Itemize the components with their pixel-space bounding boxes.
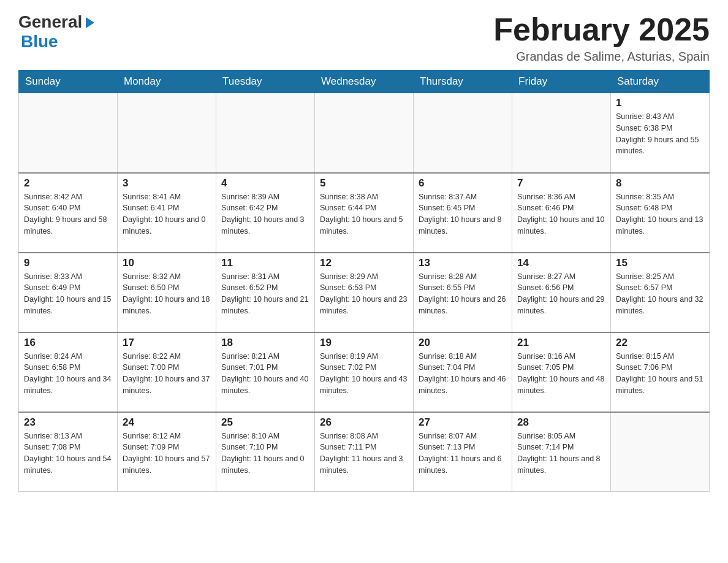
header-saturday: Saturday bbox=[611, 71, 710, 93]
day-number: 12 bbox=[320, 257, 408, 269]
calendar-week-2: 2Sunrise: 8:42 AMSunset: 6:40 PMDaylight… bbox=[19, 173, 710, 253]
calendar-cell-1-0: 2Sunrise: 8:42 AMSunset: 6:40 PMDaylight… bbox=[19, 173, 118, 253]
day-info: Sunrise: 8:31 AMSunset: 6:52 PMDaylight:… bbox=[221, 271, 309, 317]
calendar-cell-1-5: 7Sunrise: 8:36 AMSunset: 6:46 PMDaylight… bbox=[512, 173, 611, 253]
calendar-cell-1-3: 5Sunrise: 8:38 AMSunset: 6:44 PMDaylight… bbox=[315, 173, 414, 253]
day-number: 28 bbox=[517, 416, 605, 429]
calendar-cell-0-5 bbox=[512, 93, 611, 173]
calendar-cell-3-4: 20Sunrise: 8:18 AMSunset: 7:04 PMDayligh… bbox=[414, 332, 512, 412]
day-number: 19 bbox=[320, 337, 408, 349]
calendar-cell-1-4: 6Sunrise: 8:37 AMSunset: 6:45 PMDaylight… bbox=[414, 173, 512, 253]
calendar-cell-0-4 bbox=[414, 93, 512, 173]
logo-blue-text: Blue bbox=[21, 32, 58, 52]
calendar-week-5: 23Sunrise: 8:13 AMSunset: 7:08 PMDayligh… bbox=[19, 412, 710, 492]
calendar-cell-4-1: 24Sunrise: 8:12 AMSunset: 7:09 PMDayligh… bbox=[118, 412, 216, 492]
day-info: Sunrise: 8:10 AMSunset: 7:10 PMDaylight:… bbox=[221, 431, 309, 477]
day-info: Sunrise: 8:39 AMSunset: 6:42 PMDaylight:… bbox=[221, 191, 309, 237]
day-info: Sunrise: 8:16 AMSunset: 7:05 PMDaylight:… bbox=[517, 351, 605, 397]
day-number: 1 bbox=[616, 97, 704, 109]
header-wednesday: Wednesday bbox=[315, 71, 414, 93]
day-info: Sunrise: 8:32 AMSunset: 6:50 PMDaylight:… bbox=[123, 271, 211, 317]
day-info: Sunrise: 8:42 AMSunset: 6:40 PMDaylight:… bbox=[24, 191, 112, 237]
calendar-week-4: 16Sunrise: 8:24 AMSunset: 6:58 PMDayligh… bbox=[19, 332, 710, 412]
calendar-header-row: Sunday Monday Tuesday Wednesday Thursday… bbox=[19, 71, 710, 93]
calendar-cell-3-2: 18Sunrise: 8:21 AMSunset: 7:01 PMDayligh… bbox=[216, 332, 315, 412]
day-number: 17 bbox=[123, 337, 211, 349]
location-text: Grandas de Salime, Asturias, Spain bbox=[493, 50, 710, 64]
page-header: General Blue February 2025 Grandas de Sa… bbox=[18, 12, 710, 64]
day-number: 27 bbox=[419, 416, 507, 429]
day-number: 14 bbox=[517, 257, 605, 269]
day-number: 24 bbox=[123, 416, 211, 429]
day-info: Sunrise: 8:24 AMSunset: 6:58 PMDaylight:… bbox=[24, 351, 112, 397]
day-number: 5 bbox=[320, 177, 408, 190]
calendar-cell-0-6: 1Sunrise: 8:43 AMSunset: 6:38 PMDaylight… bbox=[611, 93, 710, 173]
day-info: Sunrise: 8:35 AMSunset: 6:48 PMDaylight:… bbox=[616, 191, 704, 237]
day-info: Sunrise: 8:07 AMSunset: 7:13 PMDaylight:… bbox=[419, 431, 507, 477]
title-section: February 2025 Grandas de Salime, Asturia… bbox=[493, 12, 710, 64]
calendar-cell-3-3: 19Sunrise: 8:19 AMSunset: 7:02 PMDayligh… bbox=[315, 332, 414, 412]
day-number: 6 bbox=[419, 177, 507, 190]
day-info: Sunrise: 8:29 AMSunset: 6:53 PMDaylight:… bbox=[320, 271, 408, 317]
day-info: Sunrise: 8:38 AMSunset: 6:44 PMDaylight:… bbox=[320, 191, 408, 237]
calendar-cell-2-2: 11Sunrise: 8:31 AMSunset: 6:52 PMDayligh… bbox=[216, 253, 315, 332]
calendar-cell-4-4: 27Sunrise: 8:07 AMSunset: 7:13 PMDayligh… bbox=[414, 412, 512, 492]
day-info: Sunrise: 8:36 AMSunset: 6:46 PMDaylight:… bbox=[517, 191, 605, 237]
day-number: 18 bbox=[221, 337, 309, 349]
day-number: 15 bbox=[616, 257, 704, 269]
day-number: 16 bbox=[24, 337, 112, 349]
calendar-cell-3-1: 17Sunrise: 8:22 AMSunset: 7:00 PMDayligh… bbox=[118, 332, 216, 412]
day-number: 2 bbox=[24, 177, 112, 190]
calendar-cell-4-6 bbox=[611, 412, 710, 492]
header-sunday: Sunday bbox=[19, 71, 118, 93]
calendar-cell-1-1: 3Sunrise: 8:41 AMSunset: 6:41 PMDaylight… bbox=[118, 173, 216, 253]
day-number: 9 bbox=[24, 257, 112, 269]
day-info: Sunrise: 8:22 AMSunset: 7:00 PMDaylight:… bbox=[123, 351, 211, 397]
header-tuesday: Tuesday bbox=[216, 71, 315, 93]
calendar-cell-3-6: 22Sunrise: 8:15 AMSunset: 7:06 PMDayligh… bbox=[611, 332, 710, 412]
calendar-cell-0-3 bbox=[315, 93, 414, 173]
day-number: 20 bbox=[419, 337, 507, 349]
day-number: 23 bbox=[24, 416, 112, 429]
calendar-cell-3-5: 21Sunrise: 8:16 AMSunset: 7:05 PMDayligh… bbox=[512, 332, 611, 412]
calendar-cell-4-3: 26Sunrise: 8:08 AMSunset: 7:11 PMDayligh… bbox=[315, 412, 414, 492]
day-number: 4 bbox=[221, 177, 309, 190]
day-info: Sunrise: 8:27 AMSunset: 6:56 PMDaylight:… bbox=[517, 271, 605, 317]
month-title: February 2025 bbox=[493, 12, 710, 47]
calendar-cell-2-6: 15Sunrise: 8:25 AMSunset: 6:57 PMDayligh… bbox=[611, 253, 710, 332]
day-info: Sunrise: 8:37 AMSunset: 6:45 PMDaylight:… bbox=[419, 191, 507, 237]
header-monday: Monday bbox=[118, 71, 216, 93]
calendar-week-1: 1Sunrise: 8:43 AMSunset: 6:38 PMDaylight… bbox=[19, 93, 710, 173]
calendar-cell-0-2 bbox=[216, 93, 315, 173]
day-info: Sunrise: 8:08 AMSunset: 7:11 PMDaylight:… bbox=[320, 431, 408, 477]
day-info: Sunrise: 8:18 AMSunset: 7:04 PMDaylight:… bbox=[419, 351, 507, 397]
calendar-cell-2-1: 10Sunrise: 8:32 AMSunset: 6:50 PMDayligh… bbox=[118, 253, 216, 332]
calendar-week-3: 9Sunrise: 8:33 AMSunset: 6:49 PMDaylight… bbox=[19, 253, 710, 332]
day-info: Sunrise: 8:33 AMSunset: 6:49 PMDaylight:… bbox=[24, 271, 112, 317]
day-info: Sunrise: 8:21 AMSunset: 7:01 PMDaylight:… bbox=[221, 351, 309, 397]
day-number: 8 bbox=[616, 177, 704, 190]
day-info: Sunrise: 8:05 AMSunset: 7:14 PMDaylight:… bbox=[517, 431, 605, 477]
calendar-cell-0-1 bbox=[118, 93, 216, 173]
day-info: Sunrise: 8:19 AMSunset: 7:02 PMDaylight:… bbox=[320, 351, 408, 397]
calendar-cell-4-2: 25Sunrise: 8:10 AMSunset: 7:10 PMDayligh… bbox=[216, 412, 315, 492]
day-info: Sunrise: 8:43 AMSunset: 6:38 PMDaylight:… bbox=[616, 111, 704, 157]
logo-arrow-icon bbox=[86, 17, 94, 28]
day-info: Sunrise: 8:13 AMSunset: 7:08 PMDaylight:… bbox=[24, 431, 112, 477]
calendar-table: Sunday Monday Tuesday Wednesday Thursday… bbox=[18, 70, 710, 492]
calendar-cell-1-6: 8Sunrise: 8:35 AMSunset: 6:48 PMDaylight… bbox=[611, 173, 710, 253]
day-number: 10 bbox=[123, 257, 211, 269]
day-number: 13 bbox=[419, 257, 507, 269]
day-number: 26 bbox=[320, 416, 408, 429]
day-number: 7 bbox=[517, 177, 605, 190]
calendar-cell-0-0 bbox=[19, 93, 118, 173]
day-number: 21 bbox=[517, 337, 605, 349]
day-info: Sunrise: 8:28 AMSunset: 6:55 PMDaylight:… bbox=[419, 271, 507, 317]
calendar-cell-2-4: 13Sunrise: 8:28 AMSunset: 6:55 PMDayligh… bbox=[414, 253, 512, 332]
day-info: Sunrise: 8:12 AMSunset: 7:09 PMDaylight:… bbox=[123, 431, 211, 477]
header-friday: Friday bbox=[512, 71, 611, 93]
day-number: 3 bbox=[123, 177, 211, 190]
day-number: 11 bbox=[221, 257, 309, 269]
calendar-cell-2-3: 12Sunrise: 8:29 AMSunset: 6:53 PMDayligh… bbox=[315, 253, 414, 332]
day-info: Sunrise: 8:41 AMSunset: 6:41 PMDaylight:… bbox=[123, 191, 211, 237]
